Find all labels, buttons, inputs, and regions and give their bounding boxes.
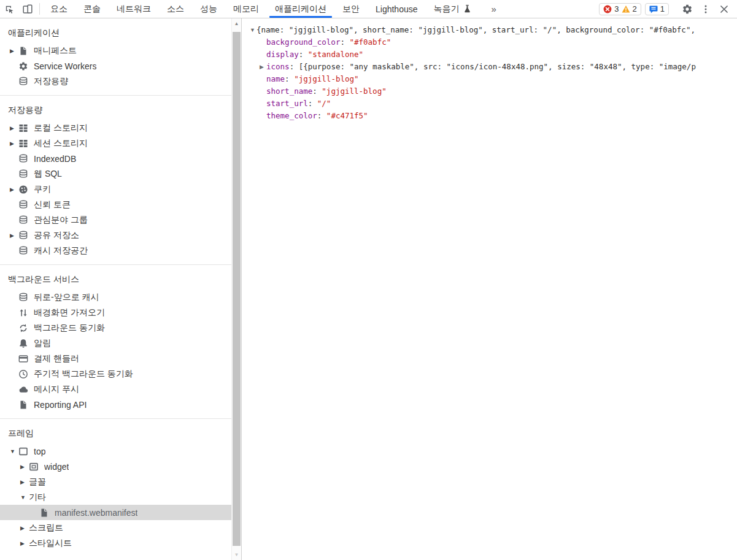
chevron-right-icon[interactable]: ▶ — [20, 525, 29, 531]
expand-triangle-icon[interactable]: ▼ — [250, 24, 257, 36]
tree-item-label: 신뢰 토큰 — [34, 199, 71, 210]
json-key: start_url — [266, 99, 308, 108]
tree-item[interactable]: Reporting API — [0, 397, 232, 412]
tree-item-label: 웹 SQL — [34, 169, 62, 180]
more-options-button[interactable] — [696, 4, 715, 14]
tree-item[interactable]: 결제 핸들러 — [0, 351, 232, 366]
tree-item[interactable]: manifest.webmanifest — [0, 505, 232, 520]
scroll-up-button[interactable]: ▲ — [232, 18, 241, 29]
message-count: 1 — [660, 4, 665, 13]
device-toolbar-button[interactable] — [18, 0, 37, 18]
tree-item[interactable]: ▶매니페스트 — [0, 43, 232, 58]
tab-7[interactable]: 애플리케이션 — [267, 0, 334, 18]
json-text: : — [285, 74, 294, 83]
chevron-right-icon[interactable]: ▶ — [20, 479, 29, 485]
chevron-right-icon[interactable]: ▶ — [10, 140, 18, 147]
tree-item[interactable]: 메시지 푸시 — [0, 382, 232, 397]
chevron-right-icon[interactable]: ▶ — [10, 48, 18, 54]
bell-icon — [18, 339, 28, 348]
tree-item[interactable]: IndexedDB — [0, 151, 232, 166]
console-messages-badge[interactable]: 1 — [645, 3, 669, 15]
json-text: : — [308, 99, 317, 108]
tree-item[interactable]: 저장용량 — [0, 74, 232, 89]
chevron-right-icon[interactable]: ▶ — [10, 186, 18, 193]
json-string-value: "jgjgill-blog" — [322, 86, 386, 96]
devtools-toolbar: 요소콘솔네트워크소스성능메모리애플리케이션보안Lighthouse녹음기 » 3 — [0, 0, 737, 18]
scroll-down-button[interactable]: ▼ — [232, 550, 241, 560]
tab-6[interactable]: 메모리 — [225, 0, 267, 18]
tab-9[interactable]: Lighthouse — [368, 0, 426, 18]
json-key: theme_color — [266, 111, 317, 120]
tab-4[interactable]: 소스 — [159, 0, 192, 18]
tab-label: Lighthouse — [376, 4, 418, 14]
tree-item[interactable]: ▼top — [0, 443, 232, 459]
tree-item-label: 스타일시트 — [29, 538, 72, 549]
chevron-right-icon[interactable]: ▶ — [10, 125, 18, 131]
issues-badge[interactable]: 3 2 — [599, 3, 641, 15]
scrollbar-thumb[interactable] — [233, 32, 241, 546]
tree-item[interactable]: ▶스크립트 — [0, 520, 232, 535]
devtools-window: 요소콘솔네트워크소스성능메모리애플리케이션보안Lighthouse녹음기 » 3 — [0, 0, 737, 560]
manifest-json-view: ▼{name: "jgjgill-blog", short_name: "jgj… — [242, 18, 737, 560]
chevron-down-icon[interactable]: ▼ — [20, 494, 29, 501]
tree-item[interactable]: ▶widget — [0, 459, 232, 474]
tree-item[interactable]: ▶공유 저장소 — [0, 228, 232, 243]
cloud-icon — [18, 385, 28, 394]
tree-item-label: widget — [44, 462, 69, 472]
tab-1[interactable]: 요소 — [42, 0, 75, 18]
database-icon — [18, 246, 28, 256]
tree-item-label: 관심분야 그룹 — [34, 215, 88, 226]
sync-icon — [18, 323, 28, 333]
tree-item[interactable]: 배경화면 가져오기 — [0, 305, 232, 320]
sidebar-scrollbar[interactable]: ▲ ▼ — [231, 18, 241, 560]
settings-button[interactable] — [678, 4, 696, 15]
frame-icon — [18, 447, 28, 456]
tree-item[interactable]: 주기적 백그라운드 동기화 — [0, 366, 232, 382]
tree-item[interactable]: Service Workers — [0, 58, 232, 74]
tree-item[interactable]: ▼기타 — [0, 489, 232, 505]
tab-5[interactable]: 성능 — [192, 0, 225, 18]
tree-item-label: manifest.webmanifest — [55, 508, 137, 518]
tree-item[interactable]: ▶쿠키 — [0, 182, 232, 197]
inspect-element-button[interactable] — [0, 0, 18, 18]
chevron-right-icon[interactable]: ▶ — [20, 540, 29, 547]
tree-item-label: Reporting API — [34, 400, 87, 410]
json-line-3: display: "standalone" — [250, 48, 737, 61]
database-icon — [18, 215, 28, 225]
json-text: : — [299, 50, 308, 59]
tree-item[interactable]: 뒤로-앞으로 캐시 — [0, 290, 232, 305]
tree-item[interactable]: ▶스타일시트 — [0, 535, 232, 551]
tree-item[interactable]: 신뢰 토큰 — [0, 197, 232, 212]
json-key: display — [266, 50, 299, 59]
json-key: short_name — [266, 86, 312, 96]
expand-triangle-icon[interactable]: ▶ — [260, 61, 266, 73]
tree-item-label: 로컬 스토리지 — [34, 123, 88, 134]
chevron-right-icon[interactable]: ▶ — [20, 464, 29, 470]
panel-tabs: 요소콘솔네트워크소스성능메모리애플리케이션보안Lighthouse녹음기 — [42, 0, 480, 18]
database-icon — [18, 293, 28, 302]
tab-8[interactable]: 보안 — [334, 0, 368, 18]
chevron-down-icon[interactable]: ▼ — [10, 448, 18, 455]
json-string-value: "#f0abfc" — [349, 37, 391, 47]
section-title: 백그라운드 서비스 — [0, 269, 232, 290]
tree-item[interactable]: 백그라운드 동기화 — [0, 320, 232, 336]
gear-icon — [682, 4, 693, 15]
tree-item[interactable]: 웹 SQL — [0, 166, 232, 182]
tree-item[interactable]: 관심분야 그룹 — [0, 212, 232, 228]
tab-10[interactable]: 녹음기 — [426, 0, 480, 18]
more-tabs-button[interactable]: » — [485, 0, 503, 18]
tree-item[interactable]: 캐시 저장공간 — [0, 243, 232, 258]
tab-label: 성능 — [200, 4, 217, 15]
json-line-4: ▶icons: [{purpose: "any maskable", src: … — [250, 61, 737, 73]
close-devtools-button[interactable] — [715, 4, 733, 14]
tree-item[interactable]: 알림 — [0, 336, 232, 351]
tree-item[interactable]: ▶로컬 스토리지 — [0, 120, 232, 136]
tree-item[interactable]: ▶세션 스토리지 — [0, 136, 232, 151]
tab-3[interactable]: 네트워크 — [109, 0, 159, 18]
chevron-right-icon[interactable]: ▶ — [10, 232, 18, 239]
warning-icon — [622, 5, 630, 13]
tab-2[interactable]: 콘솔 — [75, 0, 109, 18]
tree-item[interactable]: ▶글꼴 — [0, 474, 232, 489]
json-string-value: "jgjgill-blog" — [294, 74, 358, 83]
section-title: 저장용량 — [0, 99, 232, 120]
